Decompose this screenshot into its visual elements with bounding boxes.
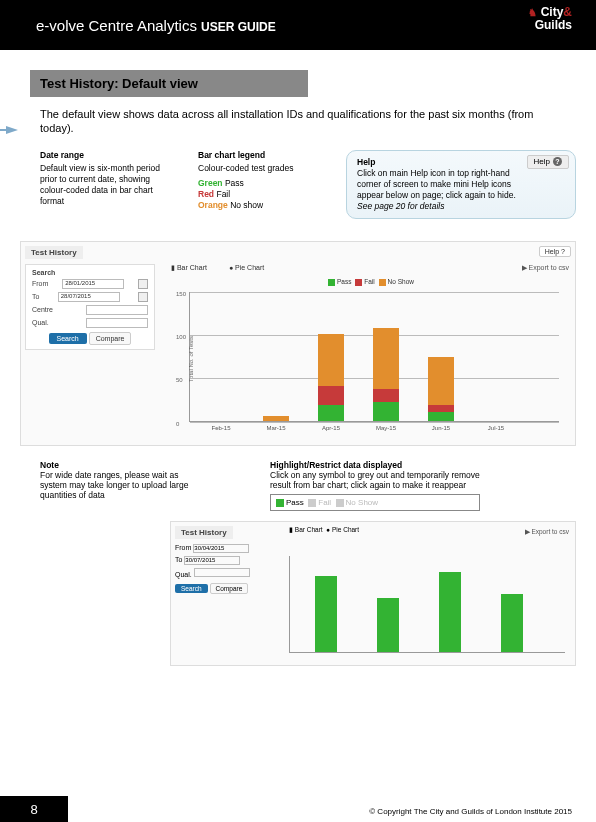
search-panel: From 30/04/2015 To 30/07/2015 Qual. Sear… [175, 544, 271, 594]
swatch-noshow-icon[interactable] [379, 279, 386, 286]
tab-bar-chart[interactable]: ▮ Bar Chart [171, 264, 217, 271]
callout-help: Help Click on main Help icon in top righ… [346, 150, 576, 219]
page-footer: 8 © Copyright The City and Guilds of Lon… [0, 796, 596, 822]
header-band: e-volve Centre Analytics USER GUIDE ♞ Ci… [0, 0, 596, 50]
subtitle: USER GUIDE [201, 20, 276, 34]
export-csv-link[interactable]: ▶ Export to csv [522, 264, 569, 272]
from-date-field[interactable]: 30/04/2015 [193, 544, 249, 553]
legend-pass[interactable]: Pass [286, 498, 304, 507]
callout-highlight-restrict: Highlight/Restrict data displayed Click … [270, 460, 480, 511]
logo-amp: & [563, 5, 572, 19]
export-csv-link[interactable]: ▶ Export to csv [525, 528, 569, 536]
copyright: © Copyright The City and Guilds of Londo… [369, 807, 572, 816]
qual-label: Qual. [175, 571, 192, 578]
date-range-title: Date range [40, 150, 170, 161]
highlight-title: Highlight/Restrict data displayed [270, 460, 480, 470]
help-body: Click on main Help icon in top right-han… [357, 168, 516, 200]
qual-field[interactable] [86, 318, 148, 328]
tab-pie-chart[interactable]: ● Pie Chart [229, 264, 274, 271]
panel-title: Test History [25, 246, 83, 259]
product-name: e-volve Centre Analytics [36, 17, 197, 34]
legend-fail[interactable]: Fail [318, 498, 331, 507]
screenshot-test-history-2: Test History ▮ Bar Chart ● Pie Chart ▶ E… [170, 521, 576, 666]
chart-area: ▮ Bar Chart ● Pie Chart ▶ Export to csv … [171, 264, 569, 439]
section-title-tab: Test History: Default view [30, 70, 308, 97]
intro-text: The default view shows data across all i… [40, 107, 556, 136]
logo-line2: Guilds [535, 18, 572, 32]
swatch-noshow-disabled-icon[interactable] [336, 499, 344, 507]
y-axis-label: Total No. of Tests [188, 336, 194, 382]
search-button[interactable]: Search [49, 333, 87, 344]
search-heading: Search [32, 269, 148, 276]
header-title: e-volve Centre Analytics USER GUIDE [36, 17, 276, 34]
note-body: For wide date ranges, please wait as sys… [40, 470, 200, 500]
swatch-pass-icon[interactable] [276, 499, 284, 507]
callout-date-range: Date range Default view is six-month per… [40, 150, 170, 219]
qual-field[interactable] [194, 568, 250, 577]
from-label: From [175, 544, 191, 551]
qual-row: Qual. [32, 318, 148, 328]
note-title: Note [40, 460, 200, 470]
to-label: To [32, 293, 39, 300]
from-label: From [32, 280, 48, 287]
brand-logo: ♞ City& Guilds [528, 6, 572, 32]
swatch-pass-icon[interactable] [328, 279, 335, 286]
help-question-icon: ? [553, 157, 562, 166]
screenshot-test-history-1: Test History Help ? Search From 28/01/20… [20, 241, 576, 446]
tab-bar-chart[interactable]: ▮ Bar Chart [289, 526, 323, 533]
centre-row: Centre [32, 305, 148, 315]
legend-item-noshow: Orange No show [198, 200, 318, 211]
legend-item-fail: Red Fail [198, 189, 318, 200]
bar-legend-sub: Colour-coded test grades [198, 163, 318, 174]
from-row: From 28/01/2015 [32, 279, 148, 289]
calendar-icon[interactable] [138, 292, 148, 302]
stacked-bar-chart: Total No. of Tests 050100150Feb-15Mar-15… [189, 292, 559, 422]
page-number: 8 [0, 796, 68, 822]
calendar-icon[interactable] [138, 279, 148, 289]
help-seepage: See page 20 for details [357, 201, 444, 211]
panel-title: Test History [175, 526, 233, 539]
legend-item-pass: Green Pass [198, 178, 318, 189]
qual-label: Qual. [32, 319, 49, 326]
logo-crest-icon: ♞ [528, 7, 537, 18]
help-title: Help [357, 157, 519, 168]
intro-pointer-icon [6, 126, 18, 134]
to-row: To 28/07/2015 [32, 292, 148, 302]
to-date-field[interactable]: 28/07/2015 [58, 292, 120, 302]
help-corner-button[interactable]: Help ? [539, 246, 571, 257]
bar-legend-title: Bar chart legend [198, 150, 318, 161]
swatch-fail-disabled-icon[interactable] [308, 499, 316, 507]
callout-bar-legend: Bar chart legend Colour-coded test grade… [198, 150, 318, 219]
tab-pie-chart[interactable]: ● Pie Chart [326, 526, 359, 533]
swatch-fail-icon[interactable] [355, 279, 362, 286]
help-button-mock: Help ? [527, 155, 569, 169]
highlight-body: Click on any symbol to grey out and temp… [270, 470, 480, 490]
logo-line1: City [541, 5, 564, 19]
compare-button[interactable]: Compare [210, 583, 249, 594]
from-date-field[interactable]: 28/01/2015 [62, 279, 124, 289]
to-date-field[interactable]: 30/07/2015 [184, 556, 240, 565]
help-btn-label: Help [534, 157, 550, 167]
compare-button[interactable]: Compare [89, 332, 132, 345]
chart-tabs: ▮ Bar Chart ● Pie Chart [289, 526, 359, 534]
chart-legend: Pass Fail No Show [171, 278, 569, 286]
bar-chart-pass-only [289, 556, 565, 653]
callout-note: Note For wide date ranges, please wait a… [40, 460, 200, 511]
centre-field[interactable] [86, 305, 148, 315]
legend-noshow[interactable]: No Show [346, 498, 378, 507]
search-button[interactable]: Search [175, 584, 208, 593]
legend-toggle-box: Pass Fail No Show [270, 494, 480, 511]
date-range-body: Default view is six-month period prior t… [40, 163, 170, 207]
centre-label: Centre [32, 306, 53, 313]
to-label: To [175, 556, 182, 563]
chart-tabs: ▮ Bar Chart ● Pie Chart [171, 264, 569, 272]
search-panel: Search From 28/01/2015 To 28/07/2015 Cen… [25, 264, 155, 350]
